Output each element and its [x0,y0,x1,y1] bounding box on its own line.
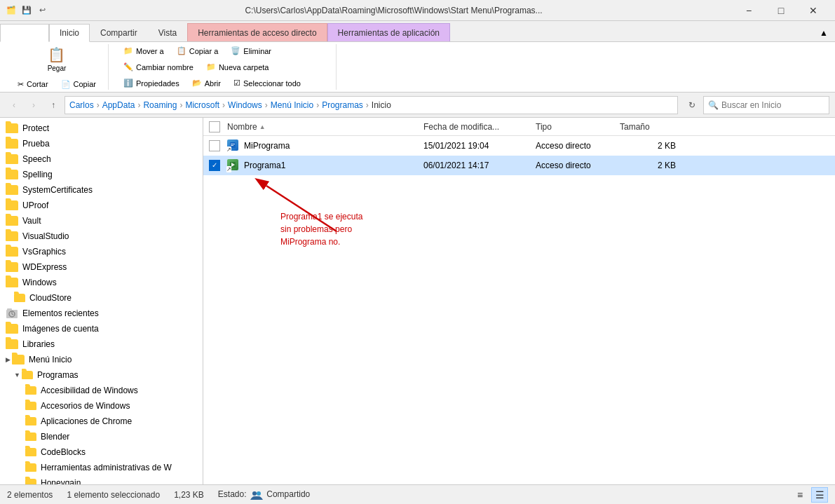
tab-archivo[interactable]: Archivo [0,24,49,42]
file-row-programa1[interactable]: ✓ ↗ Programa1 06/01/2021 14:17 Acceso di… [203,156,835,175]
column-header-type[interactable]: Tipo [536,122,620,132]
view-controls: ≡ ☰ [792,487,828,503]
sidebar-item-elementos-recientes[interactable]: Elementos recientes [0,306,203,321]
close-button[interactable]: ✕ [797,0,829,21]
breadcrumb-roaming[interactable]: Roaming [143,100,177,110]
search-input[interactable] [721,100,827,110]
back-button[interactable]: ‹ [6,97,22,114]
sidebar-item-cloudstore[interactable]: CloudStore [0,290,203,306]
column-header-size[interactable]: Tamaño [620,122,676,132]
select-all-checkbox[interactable] [209,121,220,132]
sidebar-item-uproof[interactable]: UProof [0,198,203,213]
sidebar-item-windows[interactable]: Windows [0,275,203,290]
breadcrumb-windows[interactable]: Windows [228,100,262,110]
sidebar-item-accesorios[interactable]: Accesorios de Windows [0,398,203,414]
breadcrumb-carlos[interactable]: Carlos [69,100,94,110]
file-row-miprograma[interactable]: ↗ MiPrograma 15/01/2021 19:04 Acceso dir… [203,136,835,156]
title-path: C:\Users\Carlos\AppData\Roaming\Microsof… [55,6,733,15]
sidebar-item-protect[interactable]: Protect [0,121,203,136]
folder-icon [25,433,36,441]
folder-icon [14,294,25,302]
svg-rect-6 [231,144,235,144]
svg-rect-1 [7,308,12,311]
tab-herramientas-app[interactable]: Herramientas de aplicación [327,23,450,41]
ribbon-tabs: Archivo Inicio Compartir Vista Herramien… [0,21,835,42]
sidebar-item-visualstudio[interactable]: VisualStudio [0,229,203,244]
sidebar-item-vault[interactable]: Vault [0,213,203,229]
up-button[interactable]: ↑ [45,97,62,114]
special-folder-icon [6,308,18,319]
save-icon[interactable]: 💾 [21,5,32,16]
paste-button[interactable]: 📋 Pegar [43,43,72,75]
sidebar-item-speech[interactable]: Speech [0,151,203,167]
svg-point-13 [257,491,261,496]
sidebar-item-spelling[interactable]: Spelling [0,167,203,182]
file-date-programa1: 06/01/2021 14:17 [423,161,536,170]
folder-icon [6,262,18,272]
copy-to-button[interactable]: 📋Copiar a [172,44,224,57]
svg-point-12 [252,491,257,496]
file-size-programa1: 2 KB [620,161,676,170]
ribbon-group-portapapeles: 📋 Pegar ✂Cortar 📄Copiar [6,44,109,90]
minimize-button[interactable]: − [733,0,765,21]
folder-icon [6,123,18,133]
title-bar: 🗂️ 💾 ↩ C:\Users\Carlos\AppData\Roaming\M… [0,0,835,21]
file-checkbox-programa1[interactable]: ✓ [209,160,220,171]
breadcrumb-menu-inicio[interactable]: Menú Inicio [271,100,313,110]
delete-button[interactable]: 🗑️Eliminar [226,44,276,57]
copy-button[interactable]: 📄Copiar [56,78,101,91]
file-checkbox-miprograma[interactable] [209,140,220,151]
sidebar-item-libraries[interactable]: Libraries [0,336,203,352]
ribbon-expand-button[interactable]: ▲ [813,25,835,41]
folder-icon [6,231,18,241]
ribbon-group-organizar: 📁Mover a 📋Copiar a 🗑️Eliminar ✏️Cambiar … [111,44,337,90]
rename-button[interactable]: ✏️Cambiar nombre [118,60,198,74]
sidebar-item-herramientas-admin[interactable]: Herramientas administrativas de W [0,460,203,475]
folder-icon [22,371,33,379]
sidebar-item-systemcerts[interactable]: SystemCertificates [0,182,203,198]
sidebar-item-vsgraphics[interactable]: VsGraphics [0,244,203,259]
sidebar-item-imagenes-cuenta[interactable]: Imágenes de cuenta [0,321,203,336]
sidebar-item-programas[interactable]: ▼ Programas [0,367,203,383]
breadcrumb-programas[interactable]: Programas [322,100,363,110]
column-header-date[interactable]: Fecha de modifica... [423,122,536,132]
maximize-button[interactable]: □ [765,0,797,21]
cut-button[interactable]: ✂Cortar [13,78,53,91]
sidebar-item-wdexpress[interactable]: WDExpress [0,259,203,275]
file-size-miprograma: 2 KB [620,141,676,151]
sidebar-item-accesibilidad[interactable]: Accesibilidad de Windows [0,383,203,398]
annotation-text: Programa1 se ejecutasin problemas peroMi… [280,210,362,248]
selected-size: 1,23 KB [174,490,204,500]
open-button[interactable]: 📂Abrir [187,76,226,90]
list-view-button[interactable]: ≡ [792,487,808,503]
tab-vista[interactable]: Vista [148,23,187,41]
breadcrumb-microsoft[interactable]: Microsoft [185,100,219,110]
sidebar-item-blender[interactable]: Blender [0,429,203,444]
sidebar-item-honeygain[interactable]: Honeygain [0,475,203,484]
select-all-button[interactable]: ☑Seleccionar todo [229,76,306,90]
properties-button[interactable]: ℹ️Propiedades [118,76,184,90]
sidebar-item-chrome-apps[interactable]: Aplicaciones de Chrome [0,414,203,429]
folder-icon [6,170,18,179]
move-to-button[interactable]: 📁Mover a [118,44,169,57]
sidebar-item-menu-inicio[interactable]: ▶ Menú Inicio [0,352,203,367]
refresh-button[interactable]: ↻ [684,97,700,114]
folder-icon [6,278,18,287]
tab-inicio[interactable]: Inicio [49,24,90,42]
new-folder-button[interactable]: 📁Nueva carpeta [201,60,274,74]
column-header-name[interactable]: Nombre ▲ [227,122,423,132]
search-icon: 🔍 [708,100,719,110]
sidebar-item-prueba[interactable]: Prueba [0,136,203,151]
undo-icon[interactable]: ↩ [36,5,48,16]
shared-icon [250,490,263,500]
sidebar-item-codeblocks[interactable]: CodeBlocks [0,444,203,460]
title-bar-icons: 🗂️ 💾 ↩ [6,5,48,16]
breadcrumb-inicio: Inicio [372,100,391,110]
annotation-container: Programa1 se ejecutasin problemas peroMi… [203,175,835,315]
file-list: Nombre ▲ Fecha de modifica... Tipo Tamañ… [203,118,835,484]
tab-compartir[interactable]: Compartir [90,23,148,41]
tab-herramientas-acceso[interactable]: Herramientas de acceso directo [187,23,327,41]
forward-button[interactable]: › [25,97,42,114]
details-view-button[interactable]: ☰ [811,487,828,503]
breadcrumb-appdata[interactable]: AppData [102,100,135,110]
